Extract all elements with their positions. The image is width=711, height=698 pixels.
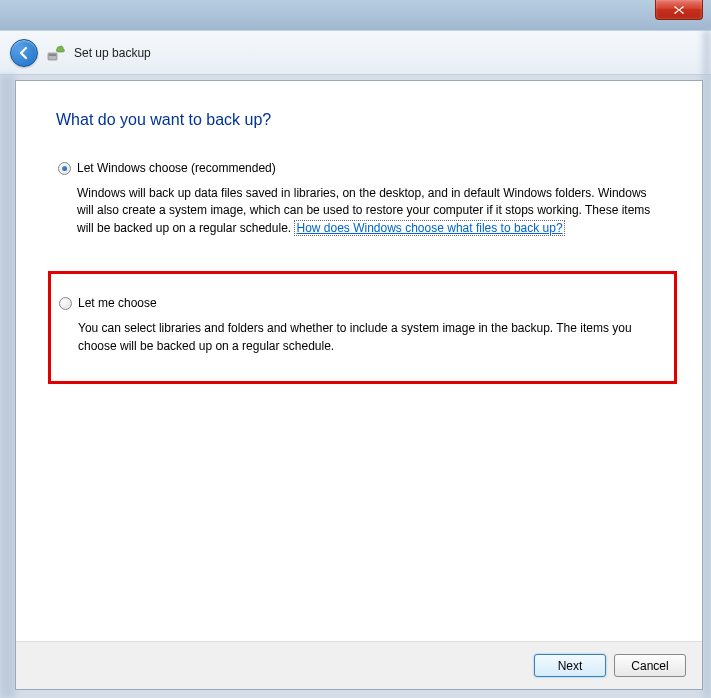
back-button[interactable] <box>10 39 38 67</box>
radio-recommended[interactable] <box>58 162 71 175</box>
backup-wizard-icon <box>46 43 66 63</box>
header-bar: Set up backup <box>0 30 711 75</box>
window-border-left <box>0 75 15 698</box>
option-custom[interactable]: Let me choose You can select libraries a… <box>57 292 668 359</box>
page-heading: What do you want to back up? <box>56 111 662 129</box>
cancel-button[interactable]: Cancel <box>614 654 686 677</box>
option-recommended-description: Windows will back up data files saved in… <box>77 185 660 237</box>
option-custom-description: You can select libraries and folders and… <box>78 320 666 355</box>
close-button[interactable] <box>655 0 703 20</box>
back-arrow-icon <box>17 46 31 60</box>
wizard-content: What do you want to back up? Let Windows… <box>15 80 703 690</box>
window-titlebar <box>0 0 711 30</box>
window-border-right <box>703 30 711 698</box>
option-recommended-label: Let Windows choose (recommended) <box>77 161 276 175</box>
next-button[interactable]: Next <box>534 654 606 677</box>
wizard-footer: Next Cancel <box>16 641 702 689</box>
highlight-annotation: Let me choose You can select libraries a… <box>48 271 677 384</box>
svg-rect-1 <box>49 54 56 56</box>
header-title: Set up backup <box>74 46 151 60</box>
close-icon <box>673 5 685 15</box>
radio-custom[interactable] <box>59 297 72 310</box>
help-link[interactable]: How does Windows choose what files to ba… <box>294 220 564 236</box>
option-custom-label: Let me choose <box>78 296 157 310</box>
option-recommended[interactable]: Let Windows choose (recommended) Windows… <box>56 157 662 241</box>
